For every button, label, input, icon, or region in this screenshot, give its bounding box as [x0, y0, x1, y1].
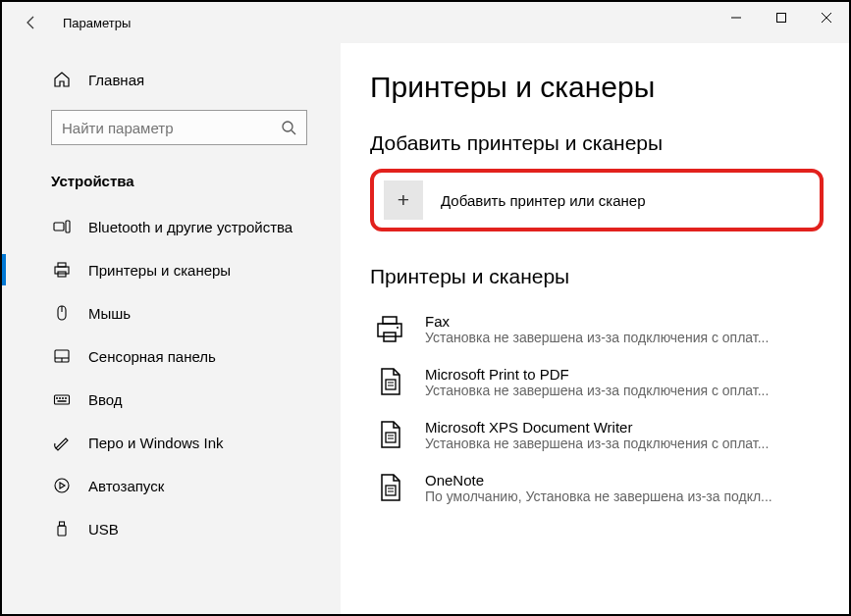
sidebar-item-pen[interactable]: Перо и Windows Ink: [2, 421, 341, 464]
sidebar-item-label: USB: [88, 521, 119, 538]
sidebar-item-label: Мышь: [88, 305, 131, 322]
sidebar-item-label: Автозапуск: [88, 478, 164, 494]
add-button-label: Добавить принтер или сканер: [441, 192, 646, 209]
sidebar-item-autoplay[interactable]: Автозапуск: [2, 464, 341, 507]
svg-rect-6: [54, 223, 64, 231]
device-status: Установка не завершена из-за подключения…: [425, 383, 798, 398]
device-status: Установка не завершена из-за подключения…: [425, 436, 798, 451]
sidebar-item-bluetooth[interactable]: Bluetooth и другие устройства: [2, 205, 341, 248]
list-section-title: Принтеры и сканеры: [370, 265, 839, 288]
svg-rect-35: [386, 486, 396, 495]
sidebar-item-label: Перо и Windows Ink: [88, 435, 224, 451]
device-status: Установка не завершена из-за подключения…: [425, 330, 798, 345]
device-row[interactable]: Microsoft XPS Document Writer Установка …: [370, 408, 839, 461]
sidebar-item-label: Bluetooth и другие устройства: [88, 219, 293, 235]
bluetooth-devices-icon: [51, 218, 73, 235]
page-title: Принтеры и сканеры: [370, 71, 839, 104]
add-device-button[interactable]: + Добавить принтер или сканер: [384, 180, 810, 220]
svg-rect-24: [60, 522, 65, 526]
sidebar-item-printers[interactable]: Принтеры и сканеры: [2, 248, 341, 291]
device-row[interactable]: Microsoft Print to PDF Установка не заве…: [370, 355, 839, 408]
category-header: Устройства: [2, 163, 341, 205]
svg-point-22: [55, 479, 69, 492]
minimize-button[interactable]: [714, 2, 759, 33]
svg-rect-1: [777, 14, 786, 23]
device-name: Fax: [425, 313, 839, 330]
svg-rect-16: [55, 395, 70, 404]
document-icon: [370, 362, 409, 401]
add-device-highlight: + Добавить принтер или сканер: [370, 169, 824, 231]
sidebar-item-label: Ввод: [88, 391, 123, 408]
touchpad-icon: [51, 347, 73, 365]
home-icon: [51, 71, 73, 88]
home-label: Главная: [88, 72, 144, 88]
pen-icon: [51, 434, 73, 451]
device-status: По умолчанию, Установка не завершена из-…: [425, 488, 798, 504]
svg-rect-23: [58, 526, 66, 536]
sidebar: Главная Устройства Bluetooth и другие ус…: [2, 43, 341, 614]
main-panel: Принтеры и сканеры Добавить принтеры и с…: [341, 43, 849, 614]
mouse-icon: [51, 304, 73, 322]
back-button[interactable]: [16, 7, 47, 38]
svg-rect-9: [58, 263, 66, 267]
svg-rect-29: [386, 380, 396, 389]
device-row[interactable]: OneNote По умолчанию, Установка не завер…: [370, 461, 839, 514]
svg-rect-7: [66, 221, 70, 232]
add-section-title: Добавить принтеры и сканеры: [370, 131, 839, 155]
search-field[interactable]: [62, 120, 281, 136]
fax-icon: [370, 309, 409, 348]
home-button[interactable]: Главная: [2, 63, 341, 96]
usb-icon: [51, 520, 73, 538]
window-title: Параметры: [63, 16, 131, 30]
sidebar-item-touchpad[interactable]: Сенсорная панель: [2, 334, 341, 378]
search-icon: [281, 120, 296, 135]
svg-rect-32: [386, 433, 396, 442]
svg-line-5: [292, 130, 295, 134]
document-icon: [370, 468, 409, 507]
window-controls: [714, 2, 849, 33]
svg-point-28: [397, 327, 399, 329]
svg-rect-8: [55, 267, 69, 274]
printer-icon: [51, 261, 73, 279]
sidebar-item-usb[interactable]: USB: [2, 507, 341, 550]
svg-rect-26: [383, 317, 397, 324]
close-button[interactable]: [804, 2, 849, 33]
search-input[interactable]: [51, 110, 307, 145]
plus-icon: +: [384, 180, 423, 220]
autoplay-icon: [51, 477, 73, 494]
content-area: Главная Устройства Bluetooth и другие ус…: [2, 43, 849, 614]
sidebar-item-mouse[interactable]: Мышь: [2, 291, 341, 334]
svg-rect-25: [378, 324, 401, 336]
device-row[interactable]: Fax Установка не завершена из-за подключ…: [370, 302, 839, 355]
sidebar-item-label: Сенсорная панель: [88, 348, 216, 365]
device-name: Microsoft Print to PDF: [425, 366, 839, 383]
device-name: OneNote: [425, 472, 839, 488]
sidebar-item-label: Принтеры и сканеры: [88, 262, 231, 279]
svg-point-4: [283, 122, 293, 131]
sidebar-item-typing[interactable]: Ввод: [2, 378, 341, 421]
maximize-button[interactable]: [759, 2, 804, 33]
title-bar: Параметры: [2, 2, 849, 43]
keyboard-icon: [51, 390, 73, 408]
settings-window: Параметры Главная: [2, 2, 849, 614]
device-name: Microsoft XPS Document Writer: [425, 419, 839, 436]
document-icon: [370, 415, 409, 454]
